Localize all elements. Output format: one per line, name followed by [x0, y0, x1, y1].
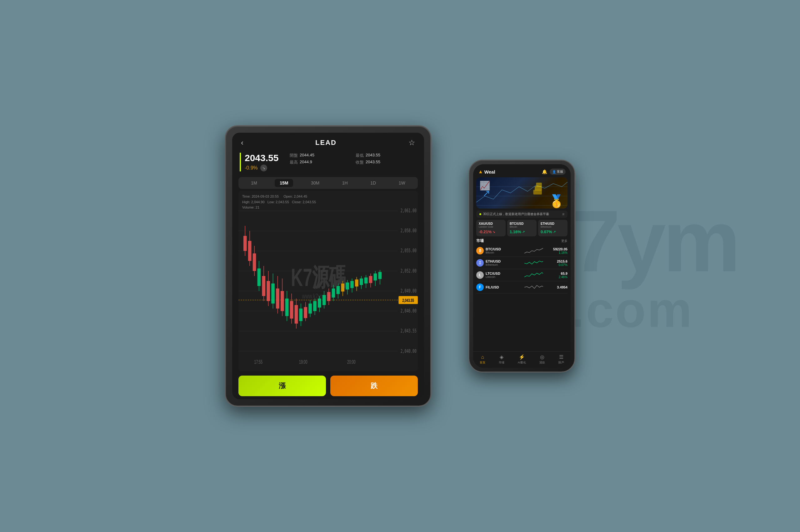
svg-rect-88: [535, 186, 542, 190]
rise-button[interactable]: 漲: [238, 376, 326, 396]
fall-button[interactable]: 跌: [330, 376, 418, 396]
nav-ai[interactable]: ⚡ AI量化: [518, 354, 526, 365]
ticker-more-icon: ≡: [562, 212, 564, 216]
phone-banner[interactable]: 📈 ↗ 🥇: [476, 177, 567, 209]
fil-sparkline: [524, 283, 543, 291]
phone-bottom-nav: ⌂ 首頁 ◈ 市場 ⚡ AI量化 ◎ 貸款 ☰ 賬戶: [473, 351, 570, 368]
tablet-device: ‹ LEAD ☆ 2043.55 -0.9% ↘ 開盤 2044.45: [225, 126, 431, 406]
price-change: -0.9% ↘: [245, 165, 284, 171]
eth-price-info: 2515.6 0.07%: [546, 260, 567, 267]
nav-loan[interactable]: ◎ 貸款: [539, 354, 545, 365]
xau-name: Landon Gold: [479, 225, 503, 228]
btc-arrow-icon: ↗: [522, 230, 525, 233]
close-value: 2043.55: [366, 159, 380, 165]
user-icon: 👤: [552, 170, 556, 174]
low-label: 最低: [356, 153, 364, 158]
ltc-sparkline: [524, 271, 543, 280]
close-label: 收盤: [356, 159, 364, 165]
svg-rect-68: [378, 272, 382, 279]
price-close: 收盤 2043.55: [356, 159, 417, 165]
market-list-more[interactable]: 更多: [561, 239, 567, 243]
svg-rect-18: [262, 276, 265, 296]
customer-service-label: 客服: [557, 170, 563, 174]
loan-icon: ◎: [540, 354, 544, 360]
svg-text:K7源碼: K7源碼: [291, 263, 345, 291]
tab-15m[interactable]: 15M: [275, 179, 293, 187]
nav-home[interactable]: ⌂ 首頁: [480, 354, 485, 365]
btc-change: 1.16% ↗: [510, 229, 534, 234]
eth-symbol: ETH/USD: [541, 222, 565, 225]
open-value: 2044.45: [300, 153, 314, 158]
ltc-list-change: 2.46%: [546, 276, 567, 279]
btc-info: BTC/USD Bitcoin: [486, 247, 522, 254]
list-item-eth[interactable]: Ξ ETH/USD Ethereum 2515.6 0.07%: [476, 257, 567, 269]
ticker-dot-icon: [479, 213, 481, 215]
tab-30m[interactable]: 30M: [306, 179, 324, 187]
high-label: 最高: [290, 159, 298, 165]
price-grid: 開盤 2044.45 最低 2043.55 最高 2044.9 收盤 2043.…: [290, 153, 417, 165]
list-item-ltc[interactable]: Ł LTC/USD Litecoin 65.9 2.46%: [476, 269, 567, 281]
svg-rect-12: [248, 241, 252, 261]
svg-rect-56: [350, 281, 354, 288]
open-label: 開盤: [290, 153, 298, 158]
favorite-button[interactable]: ☆: [408, 138, 415, 147]
market-card-btc[interactable]: BTC/USD Bitcoin 1.16% ↗: [507, 220, 537, 236]
ltc-price: 65.9: [546, 272, 567, 276]
fil-icon: F: [476, 284, 484, 291]
svg-rect-36: [304, 307, 307, 318]
phone-logo: ▲ Weal: [478, 169, 495, 174]
customer-service-button[interactable]: 👤 客服: [550, 169, 566, 175]
market-card-xau[interactable]: XAU/USD Landon Gold -0.21% ↘: [476, 220, 506, 236]
eth-info: ETH/USD Ethereum: [486, 260, 522, 266]
svg-rect-87: [533, 190, 542, 194]
list-item-btc[interactable]: ₿ BTC/USD Bitcoin 59220.05 1.16%: [476, 245, 567, 257]
tablet-header: ‹ LEAD ☆: [232, 133, 424, 150]
nav-loan-label: 貸款: [539, 361, 545, 365]
tab-1h[interactable]: 1H: [337, 179, 353, 187]
low-value: 2043.55: [366, 153, 380, 158]
nav-market[interactable]: ◈ 市場: [499, 354, 504, 365]
svg-rect-24: [276, 288, 279, 308]
svg-rect-40: [313, 301, 316, 311]
btc-price: 59220.05: [546, 247, 567, 251]
tab-1w[interactable]: 1W: [394, 179, 410, 187]
eth-name: Ethereum: [541, 225, 565, 228]
fil-list-symbol: FIL/USD: [486, 285, 522, 289]
back-button[interactable]: ‹: [241, 138, 243, 147]
market-card-eth[interactable]: ETH/USD Ethereum 0.07% ↗: [538, 220, 567, 236]
devices-container: ‹ LEAD ☆ 2043.55 -0.9% ↘ 開盤 2044.45: [225, 126, 575, 406]
tablet-action-buttons: 漲 跌: [232, 371, 424, 399]
svg-rect-30: [290, 301, 293, 319]
chart-info-overlay: Time: 2024-09-03 20:55 Open: 2,044.45 Hi…: [242, 194, 316, 210]
tab-1m[interactable]: 1M: [246, 179, 262, 187]
svg-text:2,040.00: 2,040.00: [401, 348, 417, 354]
list-item-fil[interactable]: F FIL/USD 3.4954: [476, 281, 567, 293]
svg-text:2,061.00: 2,061.00: [401, 208, 417, 213]
market-icon: ◈: [500, 354, 504, 360]
nav-account[interactable]: ☰ 賬戶: [559, 354, 564, 365]
svg-rect-64: [369, 276, 372, 283]
ai-icon: ⚡: [519, 354, 525, 360]
eth-list-change: 0.07%: [546, 263, 567, 267]
svg-rect-66: [374, 273, 377, 280]
eth-list-symbol: ETH/USD: [486, 260, 522, 263]
svg-rect-58: [355, 280, 359, 286]
market-cards: XAU/USD Landon Gold -0.21% ↘ BTC/USD Bit…: [476, 220, 567, 236]
fil-info: FIL/USD: [486, 285, 522, 289]
svg-text:2,058.00: 2,058.00: [401, 228, 417, 233]
main-price: 2043.55: [245, 153, 284, 163]
tab-1d[interactable]: 1D: [365, 179, 381, 187]
btc-sparkline: [524, 246, 543, 255]
price-low: 最低 2043.55: [356, 153, 417, 158]
btc-symbol: BTC/USD: [510, 222, 534, 225]
svg-rect-14: [253, 253, 256, 271]
eth-sparkline: [524, 259, 543, 267]
high-value: 2044.9: [300, 159, 312, 165]
svg-rect-22: [271, 284, 275, 303]
notification-icon[interactable]: 🔔: [542, 169, 547, 174]
ltc-list-symbol: LTC/USD: [486, 272, 522, 276]
svg-text:2,055.00: 2,055.00: [401, 248, 417, 253]
btc-list-name: Bitcoin: [486, 251, 522, 254]
btc-icon: ₿: [476, 247, 484, 254]
banner-background: 📈 ↗ 🥇: [476, 177, 567, 209]
